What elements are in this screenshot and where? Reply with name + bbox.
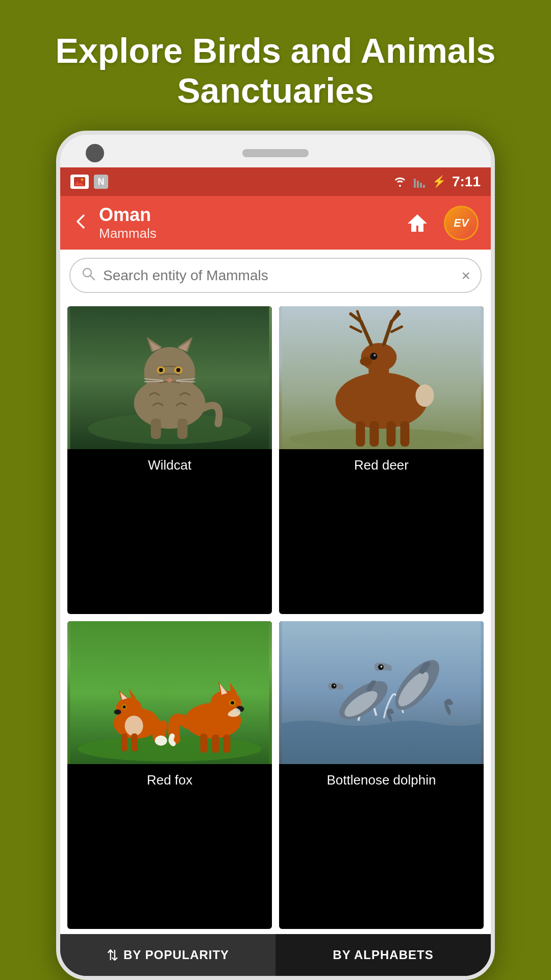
sort-by-popularity-button[interactable]: ⇅ BY POPULARITY [60,934,276,976]
wifi-icon [392,176,408,188]
search-input[interactable] [103,267,461,284]
wildcat-label: Wildcat [67,449,272,481]
camera-dot [86,144,104,162]
clear-search-icon[interactable]: × [461,267,470,284]
svg-point-19 [177,368,181,372]
animal-card-dolphin[interactable]: Bottlenose dolphin [279,621,484,929]
svg-point-11 [144,347,195,398]
time-display: 7:11 [452,174,481,190]
svg-rect-45 [400,421,410,447]
app-bar-titles: Oman Mammals [99,204,157,241]
svg-point-81 [381,666,383,668]
svg-rect-24 [151,419,161,439]
animal-grid: Wildcat [60,301,491,934]
svg-rect-25 [178,419,188,439]
page-wrapper: Explore Birds and Animals Sanctuaries N [0,0,551,980]
svg-rect-70 [201,733,208,753]
status-right-icons: ⚡ 7:11 [392,174,481,190]
status-bar: N ⚡ 7:11 [60,167,491,196]
search-bar-container: × [60,250,491,301]
ev-badge-label: EV [454,216,468,230]
svg-point-40 [374,354,376,356]
phone-speaker [242,149,309,157]
search-bar: × [69,258,482,293]
phone-frame: N ⚡ 7:11 [56,131,495,980]
battery-icon: ⚡ [432,175,446,188]
status-left-icons: N [70,175,108,189]
svg-point-58 [125,716,143,736]
reddeer-image [279,306,484,449]
svg-point-27 [290,429,473,449]
svg-rect-2 [414,179,416,188]
svg-rect-3 [417,181,419,188]
svg-rect-43 [370,421,379,447]
redfox-label: Red fox [67,764,272,796]
signal-icon [414,176,426,188]
svg-point-39 [370,353,378,360]
home-icon [405,210,430,236]
back-button[interactable] [72,212,91,234]
svg-rect-60 [132,733,138,751]
svg-point-61 [155,736,167,746]
svg-line-7 [90,276,94,280]
svg-rect-44 [387,421,396,447]
svg-point-41 [360,357,372,366]
wildcat-image [67,306,272,449]
animal-card-red-deer[interactable]: Red deer [279,306,484,614]
sort-popularity-label: BY POPULARITY [123,948,229,962]
ev-badge-button[interactable]: EV [444,206,479,240]
dolphin-image [279,621,484,764]
svg-point-51 [116,698,142,718]
reddeer-label: Red deer [279,449,484,481]
dolphin-label: Bottlenose dolphin [279,764,484,796]
svg-rect-71 [212,734,219,753]
svg-point-68 [231,701,234,705]
app-bar-right: EV [400,206,479,240]
app-bar-subtitle: Mammals [99,226,157,241]
svg-point-18 [159,368,163,372]
svg-point-77 [334,685,335,687]
sort-alphabets-label: BY ALPHABETS [333,948,433,962]
image-status-icon [70,175,89,189]
svg-rect-4 [420,183,422,188]
svg-rect-59 [121,733,128,751]
svg-point-56 [123,705,126,708]
svg-line-23 [177,381,195,382]
app-bar: Oman Mammals EV [60,196,491,250]
svg-rect-5 [423,185,425,188]
svg-line-21 [144,381,163,382]
svg-rect-72 [223,734,231,753]
home-button[interactable] [400,206,435,240]
sort-by-alphabets-button[interactable]: BY ALPHABETS [276,934,491,976]
animal-card-wildcat[interactable]: Wildcat [67,306,272,614]
svg-rect-42 [356,421,365,447]
app-bar-title: Oman [99,204,157,226]
svg-point-1 [81,179,84,181]
svg-point-46 [416,384,434,407]
search-icon [81,266,96,285]
sort-bar: ⇅ BY POPULARITY BY ALPHABETS [60,934,491,976]
page-title: Explore Birds and Animals Sanctuaries [0,31,551,110]
app-bar-left: Oman Mammals [72,204,157,241]
sort-arrows-icon: ⇅ [107,947,118,964]
svg-point-57 [114,709,121,715]
phone-top-bar [60,135,491,167]
n-status-icon: N [94,175,108,189]
animal-card-red-fox[interactable]: Red fox [67,621,272,929]
phone-screen: × [60,250,491,976]
redfox-image [67,621,272,764]
